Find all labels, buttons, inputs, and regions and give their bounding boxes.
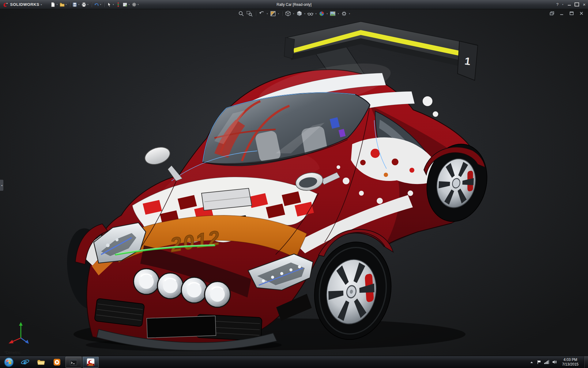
system-tray: 4:03 PM 7/13/2015 [530,356,588,368]
undo-button[interactable] [93,1,100,8]
new-document-button[interactable] [50,1,56,8]
doc-maximize-icon[interactable] [569,11,574,15]
zoom-to-area-icon[interactable] [246,10,253,17]
section-view-caret-icon[interactable]: ▾ [278,13,279,15]
license-plate [147,316,216,338]
help-button[interactable]: ? [556,2,558,7]
save-caret-icon[interactable]: ▾ [78,3,80,6]
taskbar: e 2015 [0,356,588,368]
restore-button[interactable] [575,2,579,6]
new-caret-icon[interactable]: ▾ [57,3,58,6]
view-settings-caret-icon[interactable]: ▾ [349,13,350,15]
select-caret-icon[interactable]: ▾ [113,3,114,6]
brand-name: SOLIDWORKS [10,2,40,7]
view-orientation-caret-icon[interactable]: ▾ [293,13,294,15]
minimize-button[interactable] [568,5,571,6]
options-caret-icon[interactable]: ▾ [138,3,139,6]
file-explorer-button[interactable] [33,356,49,368]
main-toolbar: ▾ ▾ ▾ ▾ ▾ ▾ ▾ ▾ [50,1,140,8]
view-settings-icon[interactable] [341,10,347,17]
toolbar-separator [91,2,92,7]
save-button[interactable] [72,1,78,8]
toolbar-separator [104,2,104,7]
previous-view-icon[interactable] [258,10,265,17]
window-title: Rally Car [Read-only] [277,2,311,7]
open-button[interactable] [59,1,65,8]
hidden-icons-button[interactable] [530,360,534,364]
doc-close-icon[interactable] [579,11,584,15]
hide-show-items-icon[interactable] [307,10,314,17]
cascade-windows-icon[interactable] [550,11,554,15]
media-app-button[interactable] [49,356,65,368]
edit-appearance-icon[interactable] [318,10,325,17]
clock[interactable]: 4:03 PM 7/13/2015 [560,358,581,367]
open-caret-icon[interactable]: ▾ [66,3,67,6]
action-center-icon[interactable] [537,360,541,364]
solidworks-version-badge: 2015 [89,364,93,366]
command-prompt-button[interactable] [66,357,81,368]
hide-show-caret-icon[interactable]: ▾ [315,13,317,15]
zoom-to-fit-icon[interactable] [238,10,244,17]
edit-appearance-caret-icon[interactable]: ▾ [327,13,328,15]
show-desktop-button[interactable] [584,356,588,368]
clock-time: 4:03 PM [562,358,579,362]
start-button[interactable] [1,356,17,368]
solidworks-logo-icon [2,2,9,8]
feature-panel-collapse-tab[interactable]: ◂ [0,180,3,191]
network-icon[interactable] [544,360,549,364]
section-view-icon[interactable] [270,10,276,17]
toolbar-separator [282,11,282,16]
display-style-icon[interactable] [296,10,302,17]
print-caret-icon[interactable]: ▾ [87,3,89,6]
apply-scene-caret-icon[interactable]: ▾ [338,13,339,15]
design-table-caret-icon[interactable]: ▾ [129,3,130,6]
close-button[interactable]: × [583,2,586,7]
rally-car-model[interactable]: 1 [0,9,588,356]
clock-date: 7/13/2015 [562,362,579,367]
titlebar: SOLIDWORKS ▸ ▾ ▾ ▾ ▾ ▾ ▾ ▾ ▾ [0,0,588,9]
undo-caret-icon[interactable]: ▾ [100,3,101,6]
solidworks-button[interactable]: 2015 [83,357,99,368]
toolbar-separator [255,11,256,16]
brand-caret-icon[interactable]: ▸ [41,3,42,6]
help-caret-icon[interactable]: ▾ [562,3,564,6]
document-window-controls [550,11,584,15]
apply-scene-icon[interactable] [330,10,336,17]
solidworks-logo: SOLIDWORKS ▸ [2,2,43,8]
previous-view-caret-icon[interactable]: ▾ [267,13,268,15]
display-style-caret-icon[interactable]: ▾ [304,13,305,15]
internet-explorer-button[interactable]: e [17,356,33,368]
view-orientation-icon[interactable] [285,10,291,17]
select-button[interactable] [106,1,112,8]
left-mirror[interactable] [143,144,182,181]
svg-text:e: e [24,358,27,366]
heads-up-view-toolbar: ▾ ▾ ▾ ▾ ▾ ▾ ▾ ▾ [238,10,350,17]
reference-triad [7,320,35,348]
view-orientation-label: *Dimetric [4,350,21,355]
options-button[interactable] [131,1,137,8]
selection-filter-button[interactable] [115,1,122,8]
print-button[interactable] [81,1,87,8]
volume-icon[interactable] [552,360,557,364]
graphics-viewport[interactable]: ▾ ▾ ▾ ▾ ▾ ▾ ▾ ▾ ◂ [0,9,588,356]
doc-minimize-icon[interactable] [560,11,564,15]
toolbar-separator [70,2,70,7]
design-table-button[interactable] [122,1,128,8]
